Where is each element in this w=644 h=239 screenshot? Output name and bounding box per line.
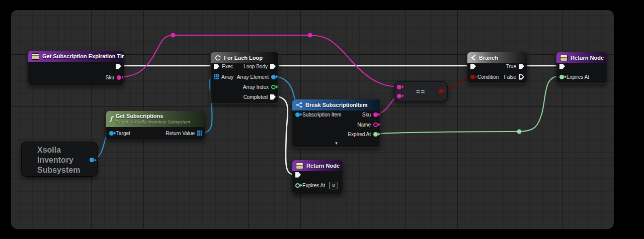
function-icon: ƒ: [110, 116, 113, 122]
subsystem-label: Xsolla Inventory Subsystem: [22, 142, 97, 175]
sku-output-pin[interactable]: [117, 75, 121, 80]
true-exec-pin[interactable]: [519, 64, 524, 69]
subscription-item-pin[interactable]: [295, 112, 300, 117]
expires-at-pin[interactable]: [295, 183, 300, 188]
array-index-pin[interactable]: [271, 85, 276, 89]
branch-icon: [471, 55, 476, 61]
subsystem-line: Inventory: [37, 155, 97, 165]
break-struct-icon: [296, 102, 302, 108]
expires-at-pin[interactable]: [559, 75, 564, 79]
blueprint-editor-window: Get Subscription Expiration Time Sku For…: [0, 0, 644, 239]
pin-label: Array Element: [237, 74, 269, 80]
pin-label: Expires At: [302, 183, 325, 188]
node-title: For Each Loop: [224, 55, 263, 61]
pin-label: Loop Body: [244, 64, 268, 69]
completed-exec-pin[interactable]: [270, 94, 276, 100]
expired-at-pin[interactable]: [373, 132, 378, 137]
node-get-subscriptions[interactable]: ƒ Get Subscriptions Target is Xsolla Inv…: [106, 110, 205, 140]
target-pin[interactable]: [109, 131, 114, 136]
exec-in-pin[interactable]: [295, 172, 301, 178]
node-header: Break SubscriptionItem: [292, 99, 380, 110]
pin-label: Array Index: [243, 84, 269, 90]
pin-label: Expires At: [567, 74, 589, 80]
node-get-subscription-expiration-time[interactable]: Get Subscription Expiration Time Sku: [28, 50, 124, 85]
node-title: Branch: [479, 55, 498, 61]
pin-label: Expired At: [348, 132, 371, 137]
subsystem-line: Xsolla: [37, 145, 97, 155]
equals-input-a-pin[interactable]: [397, 85, 401, 89]
condition-pin[interactable]: [470, 75, 475, 79]
node-xsolla-inventory-subsystem[interactable]: Xsolla Inventory Subsystem: [21, 142, 98, 177]
pin-label: Array: [221, 74, 233, 80]
node-return-bottom[interactable]: Return Node Expires At 0: [292, 160, 343, 194]
node-break-subscription-item[interactable]: Break SubscriptionItem Subscription Item…: [292, 99, 381, 148]
pin-label: Name: [357, 122, 371, 128]
false-exec-pin[interactable]: [519, 74, 524, 80]
name-output-pin[interactable]: [373, 123, 378, 127]
pin-label: Completed: [244, 94, 268, 100]
node-title: Get Subscriptions: [116, 113, 190, 119]
array-element-pin[interactable]: [271, 75, 276, 79]
exec-out-pin[interactable]: [116, 64, 121, 69]
exec-in-pin[interactable]: [214, 64, 219, 69]
equals-result-pin[interactable]: [439, 89, 443, 93]
pin-label: Target: [116, 131, 130, 136]
subsystem-line: Subsystem: [37, 165, 97, 175]
function-entry-icon: [32, 53, 39, 60]
node-header: ƒ Get Subscriptions Target is Xsolla Inv…: [106, 111, 205, 127]
node-branch[interactable]: Branch Condition True False: [467, 52, 527, 84]
pin-label: Sku: [362, 112, 371, 117]
node-subtitle: Target is Xsolla Inventory Subsystem: [116, 119, 190, 125]
array-pin[interactable]: [214, 74, 219, 79]
node-title: Return Node: [306, 163, 340, 169]
collapse-arrow-icon[interactable]: ▼: [292, 142, 380, 146]
node-title: Get Subscription Expiration Time: [42, 53, 124, 59]
node-title: Return Node: [571, 55, 604, 61]
loop-body-exec-pin[interactable]: [270, 64, 276, 69]
return-value-array-pin[interactable]: [197, 131, 202, 136]
pin-label: True: [506, 64, 516, 69]
node-for-each-loop[interactable]: For Each Loop Exec Array Loop Body Array…: [210, 52, 279, 104]
exec-in-pin[interactable]: [559, 64, 565, 69]
pin-label: False: [504, 74, 516, 80]
sku-output-pin[interactable]: [373, 112, 378, 117]
node-header: Get Subscription Expiration Time: [28, 51, 124, 62]
return-node-icon: [296, 163, 303, 169]
pin-label: Subscription Item: [302, 112, 341, 117]
expires-at-default-value[interactable]: 0: [329, 182, 338, 189]
subsystem-output-pin[interactable]: [90, 158, 94, 162]
loop-icon: [214, 55, 221, 61]
return-node-icon: [560, 55, 568, 61]
node-return-top[interactable]: Return Node Expires At: [556, 52, 607, 84]
exec-in-pin[interactable]: [470, 64, 476, 69]
pin-label: Exec: [222, 64, 233, 69]
node-title: Break SubscriptionItem: [305, 102, 367, 108]
pin-label: Return Value: [166, 131, 195, 136]
equals-input-b-pin[interactable]: [397, 94, 401, 98]
node-equals[interactable]: ==: [394, 81, 448, 101]
pin-label: Condition: [477, 74, 499, 80]
pin-label: Sku: [106, 75, 114, 80]
